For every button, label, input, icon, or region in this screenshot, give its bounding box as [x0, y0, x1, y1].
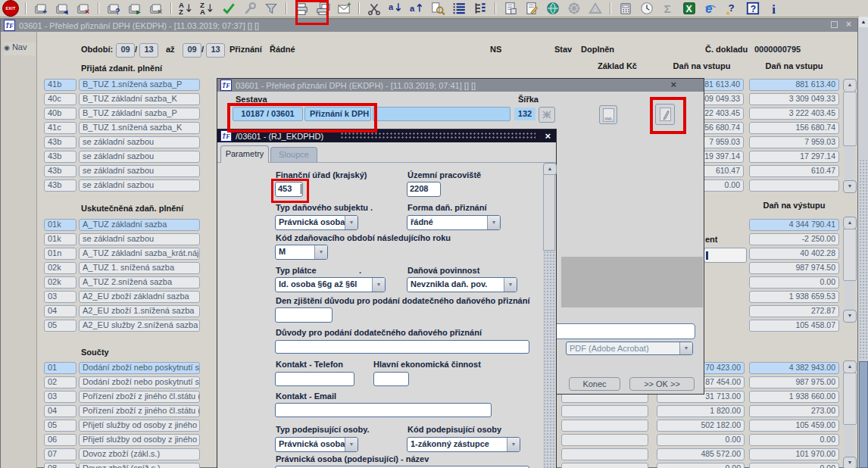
tds-dropdown[interactable]: Právnická osoba▼ — [275, 215, 358, 230]
konec-button[interactable]: Konec — [569, 377, 620, 391]
row-value-cell[interactable]: 502 182.00 — [657, 420, 745, 432]
search-doc-icon[interactable] — [429, 1, 446, 17]
row-label-cell[interactable]: A2_EU zboží základní sazba — [79, 291, 200, 303]
xml-button[interactable]: XML — [599, 105, 617, 124]
row-label-cell[interactable]: Pořízení zboží z jiného čl.státu (zákl. … — [79, 391, 200, 403]
info-icon[interactable]: i — [766, 1, 782, 17]
period-from-year[interactable]: 13 — [139, 43, 158, 58]
row-label-cell[interactable]: Pořízení zboží z jiného čl.státu (sníž. … — [79, 405, 200, 417]
period-from-month[interactable]: 09 — [116, 43, 135, 58]
clock-icon[interactable] — [639, 1, 655, 17]
row-label-cell[interactable]: A2_EU zboží 1.snížená sazba — [79, 305, 200, 317]
row-label-cell[interactable]: se základní sazbou — [79, 233, 200, 245]
chevron-down-icon[interactable]: ▼ — [314, 245, 327, 259]
row-value-cell[interactable]: 881 613.40 — [749, 79, 839, 91]
mdi-scrollbar[interactable]: ▲ — [859, 17, 868, 468]
row-value-cell[interactable] — [749, 179, 839, 192]
scrollbar-thumb[interactable] — [843, 229, 857, 281]
card-del-icon[interactable]: × — [148, 1, 164, 17]
row-code-cell[interactable]: 41c — [44, 122, 76, 134]
row-value-cell[interactable]: 17 297.14 — [749, 151, 839, 163]
row-label-cell[interactable]: A_TUZ základní sazba — [79, 219, 200, 231]
row-value-cell[interactable]: 987 974.50 — [749, 262, 839, 274]
chevron-down-icon[interactable]: ▼ — [504, 278, 517, 292]
scrollbar-thumb[interactable] — [859, 361, 868, 468]
row-label-cell[interactable]: Přijetí služby od osoby z jiného čl.st. … — [79, 434, 200, 446]
row-value-cell[interactable]: 0.00 — [749, 463, 839, 468]
window-report-titlebar[interactable]: ŤF 03601 - Přehled přiznání DPH (EKDPH) … — [217, 79, 704, 92]
row-code-cell[interactable]: 43b — [44, 165, 76, 177]
sort-za-icon[interactable]: ZA — [199, 1, 216, 17]
dz-input[interactable] — [275, 307, 333, 323]
help-box-icon[interactable]: ? — [745, 1, 761, 17]
row-value-cell[interactable]: 105 459.00 — [749, 420, 839, 432]
row-empty-cell[interactable] — [561, 434, 648, 446]
row-code-cell[interactable]: 07 — [44, 448, 76, 460]
row-label-cell[interactable]: B_TUZ 1.snížená sazba_K — [79, 122, 200, 134]
chevron-down-icon[interactable]: ▼ — [372, 278, 385, 292]
period-to-year[interactable]: 13 — [206, 43, 225, 58]
row-code-cell[interactable]: 01 — [44, 362, 76, 374]
row-label-cell[interactable]: se základní sazbou — [79, 136, 200, 148]
row-code-cell[interactable]: 40c — [44, 93, 76, 105]
row-value-cell[interactable]: 0.00 — [749, 434, 839, 446]
chevron-down-icon[interactable]: ▼ — [345, 216, 358, 229]
close-icon[interactable]: × — [670, 79, 676, 90]
row-label-cell[interactable]: se základní sazbou — [79, 179, 200, 192]
row-empty-cell[interactable] — [561, 448, 648, 460]
row-label-cell[interactable]: Přijetí služby od osoby z jiného čl.st. … — [79, 420, 200, 432]
close-icon[interactable]: × — [545, 130, 551, 142]
row-label-cell[interactable]: A2_EU služby 2.snížená sazba — [79, 320, 200, 332]
period-to-month[interactable]: 09 — [183, 43, 201, 58]
row-code-cell[interactable]: 01n — [44, 248, 76, 260]
row-value-cell[interactable]: 610.47 — [749, 165, 839, 177]
scroll-down-button[interactable]: ▼ — [843, 310, 857, 323]
kzo-dropdown[interactable]: M▼ — [275, 245, 328, 260]
row-code-cell[interactable]: 05 — [44, 420, 76, 432]
row-label-cell[interactable]: Dodání zboží nebo poskytnutí služby — [79, 362, 200, 374]
koeficient-input[interactable] — [704, 248, 747, 263]
row-value-cell[interactable]: 40 402.28 — [749, 248, 839, 260]
row-value-cell[interactable]: 1 820.00 — [657, 405, 745, 417]
chevron-down-icon[interactable]: ▼ — [507, 438, 520, 451]
row-value-cell[interactable]: 4 344 790.41 — [749, 219, 839, 231]
row-code-cell[interactable]: 04 — [44, 405, 76, 417]
row-empty-cell[interactable] — [561, 420, 648, 432]
hec-input[interactable] — [373, 372, 409, 386]
scroll-up-button[interactable]: ▲ — [843, 217, 857, 229]
globe-icon[interactable] — [545, 1, 561, 17]
mail-icon[interactable]: + — [336, 1, 352, 17]
triangle-icon[interactable] — [587, 1, 604, 17]
row-value-cell[interactable]: 0.00 — [749, 276, 839, 289]
a-down-icon[interactable]: a — [387, 1, 404, 17]
row-code-cell[interactable]: 41b — [44, 79, 76, 91]
tree-view-icon[interactable] — [472, 1, 489, 17]
kpo-dropdown[interactable]: 1-zákonný zástupce▼ — [407, 437, 520, 452]
row-code-cell[interactable]: 43b — [44, 179, 76, 192]
row-code-cell[interactable]: 02k — [44, 262, 76, 274]
sigma-icon[interactable]: Σ — [660, 1, 676, 17]
rec-add-icon[interactable]: + — [33, 1, 49, 17]
scrollbar-thumb[interactable] — [843, 373, 857, 425]
doc-calc-icon[interactable] — [502, 1, 519, 17]
calculator-icon[interactable] — [617, 1, 634, 17]
window-main-titlebar[interactable]: ŤF 03601 - Přehled přiznání DPH (EKDPH) … — [1, 19, 857, 32]
row-value-cell[interactable]: 1 938 659.53 — [749, 291, 839, 303]
row-label-cell[interactable]: B_TUZ základní sazba_K — [79, 93, 200, 105]
row-code-cell[interactable]: 05 — [44, 320, 76, 332]
row-label-cell[interactable]: Dovoz zboží (zákl.s.) — [79, 448, 200, 460]
dp-dropdown[interactable]: Nevznikla daň. pov.▼ — [407, 277, 517, 292]
excel-icon[interactable]: X — [681, 1, 698, 17]
row-label-cell[interactable]: Dodání zboží nebo poskytnutí služby — [79, 376, 200, 388]
row-value-cell[interactable]: 0.00 — [657, 463, 745, 468]
scroll-up-button[interactable]: ▲ — [843, 79, 857, 92]
row-value-cell[interactable]: 1 938 660.00 — [749, 391, 839, 403]
scroll-up-button[interactable]: ▲ — [843, 360, 857, 373]
row-code-cell[interactable]: 01k — [44, 233, 76, 245]
list-view-icon[interactable] — [451, 1, 467, 17]
sort-az-icon[interactable]: AZ — [178, 1, 195, 17]
tab-parametry[interactable]: Parametry — [220, 145, 269, 163]
up-input[interactable]: 2208 — [407, 182, 441, 197]
scroll-down-button[interactable]: ▼ — [843, 180, 857, 193]
row-value-cell[interactable]: 485 572.00 — [657, 448, 745, 460]
